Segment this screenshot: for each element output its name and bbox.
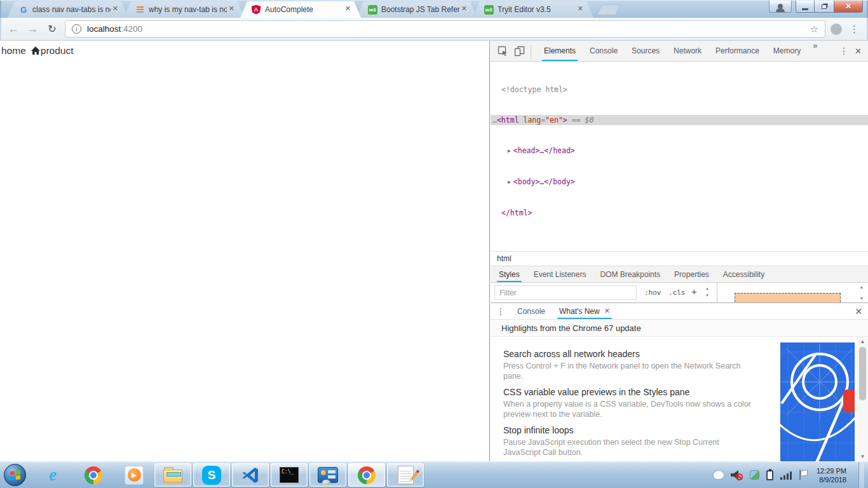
browser-tab-1[interactable]: G class nav nav-tabs is not ✕ — [8, 1, 128, 18]
tab-close-icon[interactable]: ✕ — [112, 4, 118, 13]
drawer-tab-whats-new[interactable]: What's New✕ — [552, 303, 617, 319]
update-tray-icon[interactable] — [750, 470, 759, 480]
dom-node-html-selected[interactable]: …<html lang="en"> == $0 — [491, 115, 868, 125]
window-controls: ✕ — [769, 1, 863, 13]
taskbar-internet-explorer[interactable]: e — [41, 464, 64, 487]
minimize-button[interactable] — [796, 1, 815, 13]
tab-console[interactable]: Console — [583, 41, 625, 61]
more-tabs-icon[interactable]: » — [808, 41, 822, 61]
down-arrow-icon[interactable]: ▼ — [860, 296, 864, 301]
restore-button[interactable] — [815, 1, 834, 13]
tab-close-icon[interactable]: ✕ — [578, 4, 583, 13]
tab-sources[interactable]: Sources — [625, 41, 667, 61]
tab-performance[interactable]: Performance — [709, 41, 766, 61]
devtools-menu-icon[interactable]: ⋮ — [839, 46, 848, 56]
close-whats-new-icon[interactable]: ✕ — [604, 307, 610, 315]
product-link[interactable]: product — [41, 45, 74, 57]
breadcrumb-html[interactable]: html — [497, 254, 512, 263]
tab-accessibility[interactable]: Accessibility — [716, 266, 771, 282]
url-text: localhost:4200 — [87, 24, 142, 34]
tab-elements[interactable]: Elements — [537, 41, 583, 61]
browser-tab-4[interactable]: w3 Bootstrap JS Tab Referen ✕ — [356, 1, 477, 18]
expand-arrow-icon[interactable]: ▶ — [508, 148, 511, 154]
network-signal-icon[interactable] — [780, 470, 792, 480]
taskbar-chrome-quicklaunch[interactable] — [82, 464, 105, 487]
scroll-down-icon[interactable]: ▼ — [860, 454, 865, 459]
tab-title: Tryit Editor v3.5 — [498, 5, 576, 14]
scroll-up-icon[interactable]: ▲ — [860, 339, 865, 344]
box-model-margin[interactable] — [735, 293, 841, 302]
taskbar-notepad[interactable] — [387, 463, 424, 487]
computed-pane-scrollbar[interactable]: ▲ ▼ — [856, 283, 867, 302]
up-arrow-icon[interactable]: ▲ — [860, 285, 864, 289]
inspect-element-icon[interactable] — [494, 43, 511, 59]
close-window-button[interactable]: ✕ — [834, 1, 863, 13]
taskbar-file-explorer[interactable] — [154, 463, 191, 487]
restore-icon — [822, 4, 827, 9]
browser-tab-active[interactable]: A AutoComplete ✕ — [240, 1, 361, 18]
toggle-class-button[interactable]: .cls — [668, 288, 686, 297]
up-arrow-icon[interactable]: ▲ — [705, 285, 709, 292]
bookmark-star-icon[interactable]: ☆ — [810, 24, 818, 35]
tab-memory[interactable]: Memory — [766, 41, 808, 61]
taskbar-chrome-active[interactable] — [348, 463, 385, 487]
drawer-close-icon[interactable]: ✕ — [855, 306, 862, 316]
profile-avatar[interactable] — [831, 24, 842, 35]
start-button[interactable] — [4, 464, 26, 486]
scrollbar-thumb[interactable] — [859, 347, 866, 400]
tab-close-icon[interactable]: ✕ — [345, 4, 351, 13]
browser-tab-5[interactable]: w3 Tryit Editor v3.5 ✕ — [473, 1, 593, 18]
skype-icon: S — [202, 466, 221, 485]
drawer-menu-icon[interactable]: ⋮ — [496, 306, 505, 316]
tab-close-icon[interactable]: ✕ — [229, 4, 234, 13]
dom-node-head[interactable]: ▶<head>…</head> — [491, 146, 868, 156]
toggle-pseudo-button[interactable]: :hov — [644, 288, 661, 297]
hidden-icons-button[interactable] — [714, 471, 724, 479]
dom-node-html-close[interactable]: </html> — [491, 208, 868, 218]
person-icon — [778, 4, 783, 9]
drawer-tab-console[interactable]: Console — [510, 303, 552, 319]
home-link[interactable]: home — [1, 45, 26, 57]
action-center-flag-icon[interactable] — [799, 470, 808, 480]
tab-title: why is my nav-tab is not — [149, 5, 227, 14]
taskbar-clock[interactable]: 12:29 PM 8/9/2018 — [817, 466, 846, 484]
device-toolbar-icon[interactable] — [511, 43, 527, 59]
taskbar-skype[interactable]: S — [193, 463, 230, 487]
profile-button[interactable] — [769, 1, 792, 13]
tab-dom-breakpoints[interactable]: DOM Breakpoints — [593, 266, 667, 282]
new-tab-button[interactable] — [596, 4, 621, 15]
battery-icon[interactable] — [766, 470, 773, 480]
dom-node-body[interactable]: ▶<body>…</body> — [491, 177, 868, 187]
tab-styles[interactable]: Styles — [492, 266, 527, 282]
expand-arrow-icon[interactable]: ▶ — [508, 179, 511, 185]
play-icon: ▶ — [128, 468, 141, 482]
new-style-rule-button[interactable]: + — [691, 286, 697, 297]
taskbar-settings-app[interactable] — [309, 463, 346, 487]
address-bar[interactable]: i localhost:4200 ☆ — [65, 20, 825, 37]
ie-icon: e — [49, 466, 57, 484]
home-icon[interactable] — [31, 46, 41, 56]
forward-icon[interactable]: → — [25, 22, 39, 36]
browser-menu-icon[interactable]: ⋮ — [847, 24, 862, 35]
down-arrow-icon[interactable]: ▼ — [705, 292, 709, 299]
page-info-icon[interactable]: i — [72, 24, 81, 34]
taskbar-vscode[interactable] — [232, 463, 269, 487]
dom-node-doctype[interactable]: <!doctype html> — [491, 85, 868, 95]
volume-muted-icon[interactable] — [731, 470, 743, 480]
browser-tab-2[interactable]: why is my nav-tab is not ✕ — [124, 1, 245, 18]
devtools-close-icon[interactable]: ✕ — [855, 46, 862, 56]
styles-scroll-arrows[interactable]: ▲▼ — [705, 285, 709, 299]
back-icon[interactable]: ← — [6, 22, 20, 36]
drawer-scrollbar[interactable]: ▲ ▼ — [857, 337, 868, 461]
taskbar-media-player[interactable]: ▶ — [123, 464, 146, 487]
elements-breadcrumb: html — [491, 251, 868, 266]
tab-properties[interactable]: Properties — [667, 266, 716, 282]
styles-filter-input[interactable] — [494, 285, 637, 300]
tab-close-icon[interactable]: ✕ — [461, 4, 467, 13]
reload-icon[interactable]: ↻ — [44, 23, 60, 35]
command-prompt-icon: C:\_ — [280, 467, 299, 483]
tab-event-listeners[interactable]: Event Listeners — [527, 266, 593, 282]
taskbar-command-prompt[interactable]: C:\_ — [271, 463, 308, 487]
tab-network[interactable]: Network — [667, 41, 709, 61]
show-desktop-button[interactable] — [858, 462, 864, 488]
